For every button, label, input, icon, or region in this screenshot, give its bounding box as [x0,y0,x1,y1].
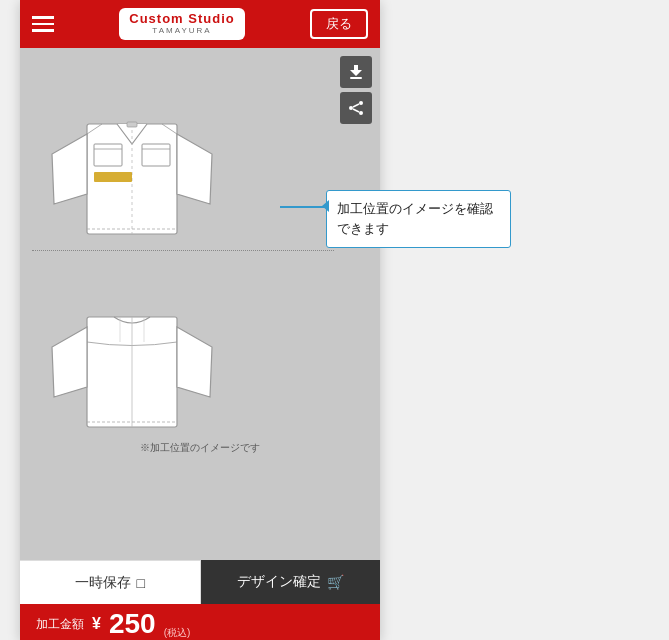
save-label: 一時保存 [75,574,131,592]
confirm-button[interactable]: デザイン確定 🛒 [201,560,381,604]
main-content: ※加工位置のイメージです [20,48,380,560]
garment-back-illustration [32,257,232,437]
confirm-label: デザイン確定 [237,573,321,591]
tax-label: (税込) [164,626,191,640]
svg-point-2 [349,106,353,110]
logo-badge: Custom Studio TAMAYURA [119,8,244,39]
action-buttons [340,56,372,124]
menu-button[interactable] [32,16,54,32]
svg-rect-15 [127,122,137,127]
save-button[interactable]: 一時保存 □ [20,560,201,604]
app-header: Custom Studio TAMAYURA 戻る [20,0,380,48]
bottom-buttons: 一時保存 □ デザイン確定 🛒 [20,560,380,604]
share-button[interactable] [340,92,372,124]
svg-rect-7 [94,144,122,166]
price-value: 250 [109,608,156,640]
svg-rect-12 [94,172,132,182]
back-button[interactable]: 戻る [310,9,368,39]
download-button[interactable] [340,56,372,88]
yen-symbol: ¥ [92,615,101,633]
tooltip-arrow [322,200,329,212]
save-icon: □ [137,575,145,591]
tooltip-line [280,206,326,208]
tooltip-callout: 加工位置のイメージを確認できます [326,190,511,248]
svg-point-3 [359,111,363,115]
svg-rect-0 [350,77,362,79]
logo-subtitle: TAMAYURA [129,27,234,36]
logo-title: Custom Studio [129,12,234,26]
svg-rect-9 [142,144,170,166]
note-text: ※加工位置のイメージです [32,441,368,455]
garment-front-illustration [32,64,232,244]
footer: 加工金額 ¥ 250 (税込) [20,604,380,640]
tooltip-text: 加工位置のイメージを確認できます [337,202,493,236]
cart-icon: 🛒 [327,574,344,590]
svg-point-1 [359,101,363,105]
svg-line-5 [353,109,359,112]
price-label: 加工金額 [36,616,84,633]
divider [32,250,334,251]
svg-line-4 [353,104,359,107]
